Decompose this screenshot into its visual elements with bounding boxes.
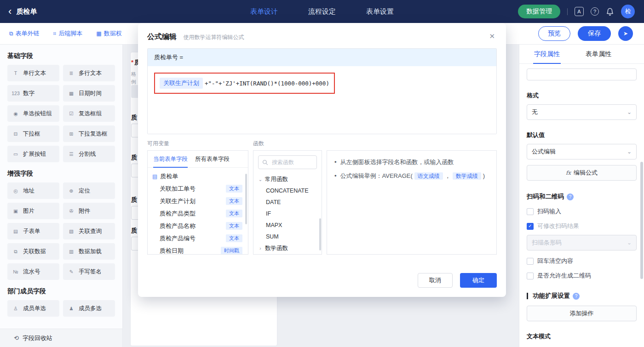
confirm-button[interactable]: 确定 [460, 273, 497, 288]
function-item[interactable]: MAPX [253, 220, 322, 231]
language-icon[interactable]: A [575, 7, 584, 16]
document-icon: ▤ [152, 173, 157, 180]
field-chip[interactable]: № 流水号 [7, 263, 59, 280]
scan-editable-checkbox-row[interactable]: ✓ 可修改扫码结果 [527, 222, 637, 230]
toolbar-link[interactable]: ⧉ 表单外链 [9, 29, 40, 38]
function-item[interactable]: SUM [253, 231, 322, 243]
variable-row[interactable]: 关联加工单号 文本 [148, 182, 248, 195]
back-icon[interactable]: ‹ [8, 6, 12, 17]
field-chip-label: 复选框组 [79, 110, 102, 118]
variable-row[interactable]: 质检产品编号 文本 [148, 232, 248, 245]
field-chip[interactable]: ⊕ 定位 [63, 182, 115, 199]
checkbox-checked[interactable]: ✓ [527, 223, 534, 230]
field-chip[interactable]: ⊟ 下拉框 [7, 125, 59, 142]
help-icon[interactable]: ? [567, 193, 574, 200]
field-chip[interactable]: ✇ 附件 [63, 203, 115, 219]
field-chip[interactable]: ▧ 关联查询 [63, 223, 115, 239]
variable-row[interactable]: 质检产品类型 文本 [148, 207, 248, 220]
field-chip[interactable]: ♟ 成员多选 [63, 300, 115, 317]
function-group-math[interactable]: › 数学函数 [253, 243, 322, 254]
field-chip[interactable]: ▥ 数据加载 [63, 243, 115, 260]
scan-input-checkbox-row[interactable]: 扫码输入 [527, 207, 637, 216]
tab-current-form-fields[interactable]: 当前表单字段 [153, 151, 188, 168]
checkbox-unchecked[interactable] [527, 208, 534, 215]
field-chip[interactable]: ▭ 扩展按钮 [7, 146, 59, 162]
field-chip[interactable]: 123 数字 [7, 85, 59, 102]
cancel-button[interactable]: 取消 [418, 273, 453, 288]
bullet-icon: • [334, 171, 337, 181]
format-select[interactable]: 无 ⌄ [527, 104, 637, 120]
field-chip[interactable]: ☑ 复选框组 [63, 105, 115, 122]
variable-row[interactable]: 质检日期 时间戳 [148, 245, 248, 255]
help-icon[interactable]: ? [573, 293, 580, 300]
checkbox-unchecked[interactable] [527, 258, 534, 265]
checkbox-unchecked[interactable] [527, 273, 534, 279]
field-chip[interactable]: T 单行文本 [7, 65, 59, 81]
tab-field-properties[interactable]: 字段属性 [533, 45, 561, 64]
field-recycle-bin[interactable]: ⟲ 字段回收站 [0, 329, 122, 347]
formula-expression[interactable]: +"-"+'ZJ'+INT(RAND()*(1000-000)+000) [205, 80, 329, 87]
field-type-icon: ▥ [67, 249, 76, 254]
field-type-icon: ♙ [11, 306, 20, 311]
form-tree-node[interactable]: ▤ 质检单 [148, 171, 248, 182]
function-group-text[interactable]: › 文本函数 [253, 254, 322, 255]
formula-target: 质检单号 = [148, 49, 496, 66]
avatar[interactable]: 检 [621, 5, 635, 18]
save-button[interactable]: 保存 [578, 26, 611, 41]
field-chip[interactable]: ◉ 单选按钮组 [7, 105, 59, 122]
functions-scrollbar[interactable] [319, 218, 321, 250]
data-manage-button[interactable]: 数据管理 [518, 5, 560, 18]
field-chip[interactable]: ▦ 日期时间 [63, 85, 115, 102]
field-chip[interactable]: ▤ 子表单 [7, 223, 59, 239]
allow-qr-checkbox-row[interactable]: 是否允许生成二维码 [527, 272, 637, 280]
function-group-common[interactable]: ⌄ 常用函数 [253, 174, 322, 185]
fx-icon: fx [566, 170, 571, 176]
recycle-label: 字段回收站 [23, 334, 52, 342]
field-type-icon: T [11, 70, 20, 76]
section-title-member-fields: 部门成员字段 [0, 280, 122, 300]
variables-scrollbar[interactable] [245, 174, 247, 224]
field-chip[interactable]: ☰ 分割线 [63, 146, 115, 162]
edit-formula-button[interactable]: fx 编辑公式 [527, 165, 637, 181]
close-icon[interactable]: ✕ [489, 32, 495, 40]
field-chip[interactable]: ♙ 成员单选 [7, 300, 59, 317]
add-action-button[interactable]: 添加操作 [527, 306, 637, 321]
field-type-icon: ☑ [67, 111, 76, 116]
field-chip-label: 日期时间 [79, 90, 102, 97]
field-chip[interactable]: ✎ 手写签名 [63, 263, 115, 280]
variable-name: 质检日期 [160, 247, 221, 255]
function-item[interactable]: DATE [253, 197, 322, 208]
field-chip[interactable]: ⊞ 下拉复选框 [63, 125, 115, 142]
function-item[interactable]: IF [253, 208, 322, 220]
field-chip[interactable]: ⧉ 关联数据 [7, 243, 59, 260]
toolbar-link[interactable]: ▦ 数据权 [96, 29, 121, 38]
edit-formula-label: 编辑公式 [574, 169, 598, 177]
formula-input-area[interactable]: 关联生产计划 +"-"+'ZJ'+INT(RAND()*(1000-000)+0… [148, 66, 496, 134]
bell-icon[interactable] [606, 7, 614, 16]
field-reference-chip[interactable]: 关联生产计划 [160, 78, 203, 89]
tab-flow-setting[interactable]: 流程设定 [308, 7, 336, 16]
panel-scrollbar[interactable] [640, 162, 643, 279]
scan-qr-section-title: 扫码和二维码 ? [527, 193, 637, 201]
field-chip[interactable]: ◎ 地址 [7, 182, 59, 199]
preview-button[interactable]: 预览 [538, 26, 570, 41]
enter-clear-checkbox-row[interactable]: 回车清空内容 [527, 257, 637, 265]
field-chip[interactable]: ≣ 多行文本 [63, 65, 115, 81]
toolbar-link[interactable]: ⌗ 后端脚本 [53, 29, 83, 38]
tab-form-setting[interactable]: 表单设置 [366, 7, 394, 16]
share-button[interactable]: ➤ [618, 26, 633, 41]
function-item[interactable]: CONCATENATE [253, 185, 322, 197]
default-value-select[interactable]: 公式编辑 ⌄ [527, 144, 637, 159]
variable-row[interactable]: 质检产品名称 文本 [148, 220, 248, 232]
field-type-icon: ⧉ [11, 249, 20, 255]
function-search-box[interactable] [258, 155, 317, 169]
field-chip[interactable]: ▣ 图片 [7, 203, 59, 219]
help-icon[interactable]: ? [591, 7, 599, 16]
function-search-input[interactable] [271, 159, 312, 166]
tab-form-design[interactable]: 表单设计 [250, 7, 278, 16]
variable-row[interactable]: 关联生产计划 文本 [148, 195, 248, 207]
tab-form-properties[interactable]: 表单属性 [585, 45, 612, 63]
tab-all-form-fields[interactable]: 所有表单字段 [195, 151, 230, 167]
field-chip-label: 定位 [79, 187, 90, 195]
clipped-title-input[interactable] [527, 68, 637, 80]
